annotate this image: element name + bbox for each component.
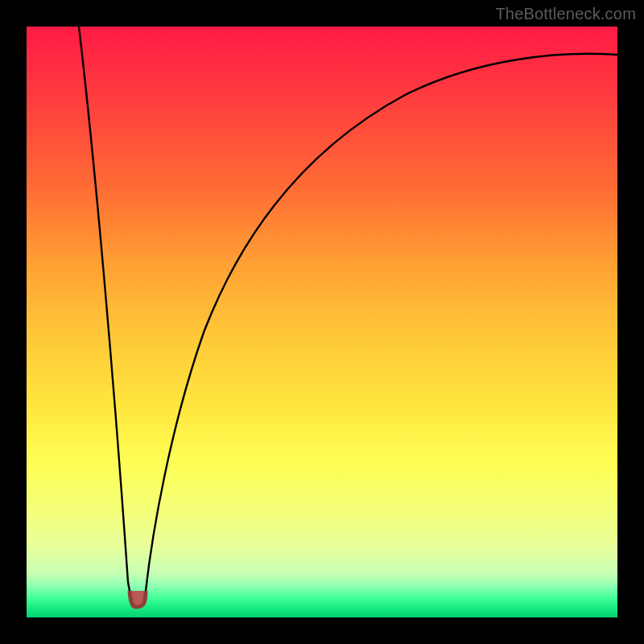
curve-left-branch	[79, 27, 130, 591]
curve-nub	[130, 591, 146, 607]
watermark-text: TheBottleneck.com	[495, 5, 636, 23]
curve-right-branch	[146, 54, 617, 591]
chart-frame: TheBottleneck.com	[0, 0, 644, 644]
plot-area	[27, 27, 617, 617]
bottleneck-curve	[27, 27, 617, 617]
